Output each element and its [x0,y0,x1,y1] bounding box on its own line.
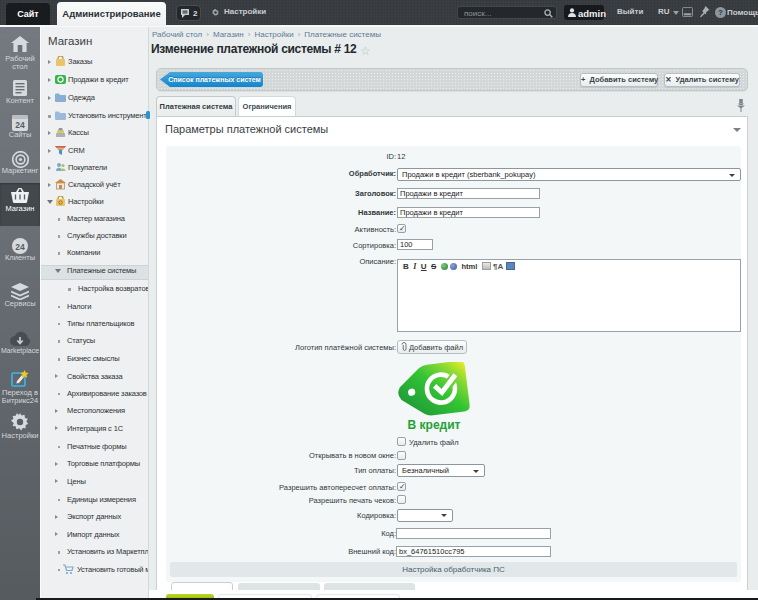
svg-text:24: 24 [15,242,25,252]
svg-text:24: 24 [15,120,25,130]
